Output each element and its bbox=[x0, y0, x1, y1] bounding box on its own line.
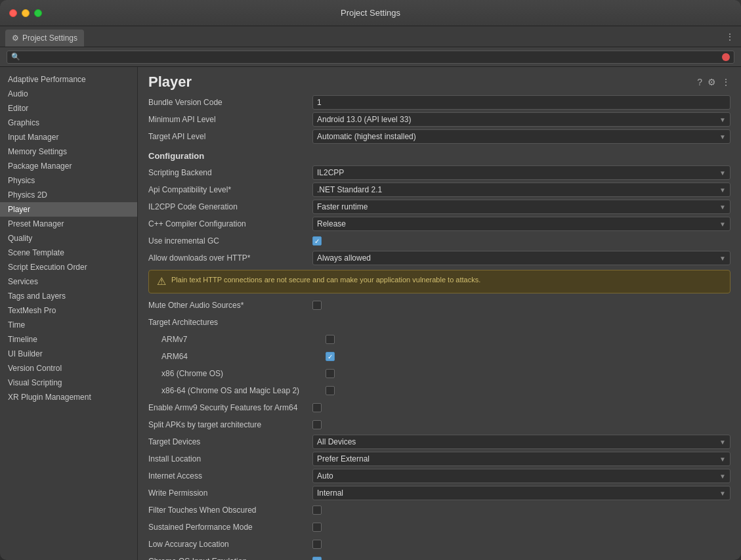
enable-armv9-checkbox[interactable] bbox=[312, 403, 322, 412]
target-arch-header-row: Target Architectures bbox=[148, 314, 730, 330]
dropdown-arrow-icon: ▼ bbox=[719, 116, 726, 123]
cpp-compiler-value: Release ▼ bbox=[312, 217, 730, 231]
armv7-row: ARMv7 bbox=[148, 332, 730, 347]
mute-audio-label: Mute Other Audio Sources* bbox=[148, 301, 312, 310]
dropdown-arrow-icon: ▼ bbox=[719, 473, 726, 480]
x8664-row: x86-64 (Chrome OS and Magic Leap 2) bbox=[148, 383, 730, 398]
x86-label: x86 (Chrome OS) bbox=[161, 369, 326, 378]
chrome-os-label: Chrome OS Input Emulation bbox=[148, 557, 312, 560]
sidebar-item-audio[interactable]: Audio bbox=[0, 87, 137, 101]
x86-value bbox=[326, 369, 730, 378]
sidebar-item-quality[interactable]: Quality bbox=[0, 231, 137, 246]
mute-audio-checkbox[interactable] bbox=[312, 301, 322, 310]
allow-downloads-label: Allow downloads over HTTP* bbox=[148, 253, 312, 263]
search-container: 🔍 bbox=[7, 51, 734, 64]
sidebar-item-time[interactable]: Time bbox=[0, 318, 137, 332]
enable-armv9-row: Enable Armv9 Security Features for Arm64 bbox=[148, 400, 730, 416]
dropdown-arrow-icon: ▼ bbox=[719, 169, 726, 177]
sidebar-item-package-manager[interactable]: Package Manager bbox=[0, 159, 137, 173]
sidebar-item-input-manager[interactable]: Input Manager bbox=[0, 130, 137, 144]
title-bar: Project Settings bbox=[0, 0, 741, 26]
cpp-compiler-row: C++ Compiler Configuration Release ▼ bbox=[148, 216, 730, 232]
maximize-button[interactable] bbox=[34, 9, 42, 17]
scripting-backend-value: IL2CPP ▼ bbox=[312, 165, 730, 180]
x86-checkbox[interactable] bbox=[326, 369, 335, 378]
install-location-row: Install Location Prefer External ▼ bbox=[148, 451, 730, 467]
target-devices-value: All Devices ▼ bbox=[312, 435, 730, 449]
more-icon[interactable]: ⋮ bbox=[721, 77, 730, 87]
install-location-dropdown[interactable]: Prefer External ▼ bbox=[312, 452, 730, 466]
scripting-backend-dropdown[interactable]: IL2CPP ▼ bbox=[312, 165, 730, 180]
install-location-label: Install Location bbox=[148, 454, 312, 463]
target-devices-dropdown[interactable]: All Devices ▼ bbox=[312, 435, 730, 449]
scripting-backend-row: Scripting Backend IL2CPP ▼ bbox=[148, 165, 730, 181]
mute-audio-row: Mute Other Audio Sources* bbox=[148, 297, 730, 313]
settings-icon[interactable]: ⚙ bbox=[708, 77, 716, 87]
sidebar-item-version-control[interactable]: Version Control bbox=[0, 361, 137, 376]
allow-downloads-value: Always allowed ▼ bbox=[312, 251, 730, 265]
help-icon[interactable]: ? bbox=[697, 77, 702, 87]
sustained-perf-checkbox[interactable] bbox=[312, 523, 322, 532]
sidebar-item-editor[interactable]: Editor bbox=[0, 101, 137, 116]
write-permission-dropdown[interactable]: Internal ▼ bbox=[312, 486, 730, 500]
min-api-level-value: Android 13.0 (API level 33) ▼ bbox=[312, 112, 730, 127]
chrome-os-checkbox[interactable] bbox=[312, 557, 322, 560]
close-button[interactable] bbox=[9, 9, 17, 17]
search-input[interactable] bbox=[23, 53, 719, 61]
sidebar-item-scene-template[interactable]: Scene Template bbox=[0, 246, 137, 260]
warning-text: Plain text HTTP connections are not secu… bbox=[171, 276, 480, 284]
more-tabs-button[interactable]: ⋮ bbox=[725, 32, 734, 42]
sidebar-item-physics[interactable]: Physics bbox=[0, 173, 137, 188]
arm64-label: ARM64 bbox=[161, 352, 326, 361]
dropdown-arrow-icon: ▼ bbox=[719, 456, 726, 463]
sidebar-item-tags-and-layers[interactable]: Tags and Layers bbox=[0, 289, 137, 303]
install-location-value: Prefer External ▼ bbox=[312, 452, 730, 466]
min-api-level-dropdown[interactable]: Android 13.0 (API level 33) ▼ bbox=[312, 112, 730, 127]
incremental-gc-checkbox[interactable] bbox=[312, 236, 322, 246]
armv7-checkbox[interactable] bbox=[326, 335, 335, 344]
split-apks-checkbox[interactable] bbox=[312, 420, 322, 429]
sidebar-item-visual-scripting[interactable]: Visual Scripting bbox=[0, 376, 137, 390]
il2cpp-codegen-dropdown[interactable]: Faster runtime ▼ bbox=[312, 200, 730, 214]
arm64-checkbox[interactable] bbox=[326, 352, 335, 361]
api-compat-dropdown[interactable]: .NET Standard 2.1 ▼ bbox=[312, 183, 730, 197]
search-bar: 🔍 bbox=[0, 47, 741, 67]
sidebar-item-textmesh-pro[interactable]: TextMesh Pro bbox=[0, 303, 137, 318]
armv7-value bbox=[326, 335, 730, 344]
sidebar-item-physics-2d[interactable]: Physics 2D bbox=[0, 188, 137, 202]
sidebar-item-timeline[interactable]: Timeline bbox=[0, 332, 137, 347]
api-compat-label: Api Compatibility Level* bbox=[148, 185, 312, 194]
sidebar-item-services[interactable]: Services bbox=[0, 274, 137, 289]
bundle-version-code-input[interactable] bbox=[312, 95, 730, 110]
main-window: Project Settings ⚙ Project Settings ⋮ 🔍 … bbox=[0, 0, 741, 560]
sidebar-item-xr-plugin-management[interactable]: XR Plugin Management bbox=[0, 390, 137, 404]
low-accuracy-checkbox[interactable] bbox=[312, 540, 322, 549]
sidebar-item-graphics[interactable]: Graphics bbox=[0, 116, 137, 130]
filter-touches-row: Filter Touches When Obscured bbox=[148, 502, 730, 518]
cpp-compiler-dropdown[interactable]: Release ▼ bbox=[312, 217, 730, 231]
armv7-label: ARMv7 bbox=[161, 335, 326, 344]
sidebar-item-script-execution-order[interactable]: Script Execution Order bbox=[0, 260, 137, 274]
main-content: Adaptive PerformanceAudioEditorGraphicsI… bbox=[0, 67, 741, 560]
sidebar-item-ui-builder[interactable]: UI Builder bbox=[0, 347, 137, 361]
minimize-button[interactable] bbox=[22, 9, 30, 17]
project-settings-tab[interactable]: ⚙ Project Settings bbox=[5, 30, 84, 47]
sidebar-item-player[interactable]: Player bbox=[0, 202, 137, 217]
target-arch-label: Target Architectures bbox=[148, 318, 312, 327]
allow-downloads-row: Allow downloads over HTTP* Always allowe… bbox=[148, 250, 730, 266]
filter-touches-checkbox[interactable] bbox=[312, 506, 322, 515]
enable-armv9-value bbox=[312, 403, 730, 412]
content-area: Player ? ⚙ ⋮ Bundle Version Code Mi bbox=[138, 67, 741, 560]
filter-touches-value bbox=[312, 506, 730, 515]
search-icon: 🔍 bbox=[11, 53, 20, 61]
sidebar-item-preset-manager[interactable]: Preset Manager bbox=[0, 217, 137, 231]
target-api-level-dropdown[interactable]: Automatic (highest installed) ▼ bbox=[312, 129, 730, 144]
allow-downloads-dropdown[interactable]: Always allowed ▼ bbox=[312, 251, 730, 265]
search-clear-button[interactable] bbox=[722, 53, 730, 61]
warning-icon: ⚠ bbox=[157, 275, 166, 288]
sustained-perf-value bbox=[312, 523, 730, 532]
internet-access-dropdown[interactable]: Auto ▼ bbox=[312, 469, 730, 483]
x8664-checkbox[interactable] bbox=[326, 386, 335, 395]
sidebar-item-adaptive-performance[interactable]: Adaptive Performance bbox=[0, 72, 137, 87]
sidebar-item-memory-settings[interactable]: Memory Settings bbox=[0, 144, 137, 159]
